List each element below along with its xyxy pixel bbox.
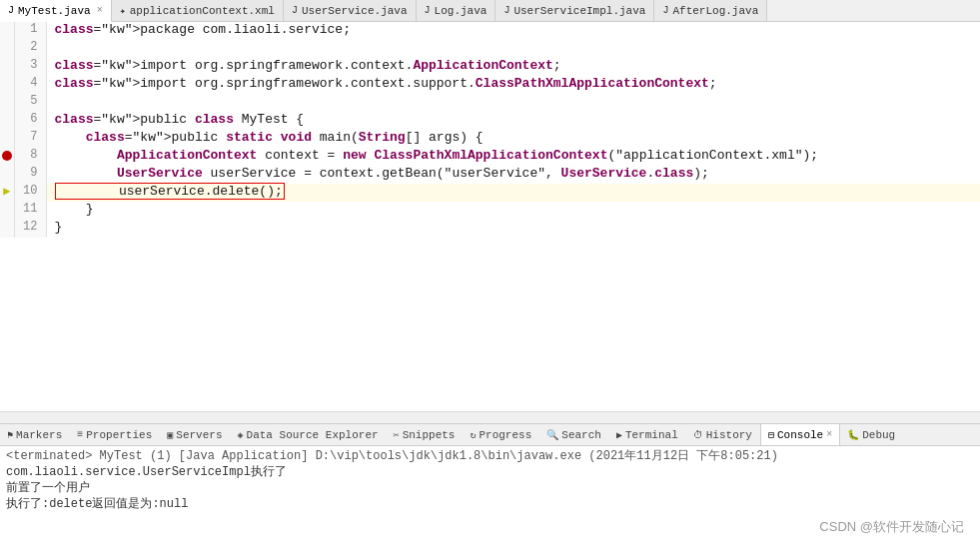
tab-userservice[interactable]: JUserService.java	[284, 0, 417, 21]
code-row-10: ▶10 userService.delete();	[0, 184, 980, 202]
bottom-tab-debug[interactable]: 🐛Debug	[840, 424, 903, 445]
bottom-tab-label: Search	[561, 429, 601, 441]
code-cell[interactable]: class="kw">public class MyTest {	[46, 112, 980, 130]
watermark: CSDN @软件开发随心记	[819, 518, 964, 536]
tab-label: Log.java	[435, 5, 488, 17]
tab-icon-java: J	[425, 5, 431, 16]
line-number: 11	[14, 202, 46, 220]
tab-mytest[interactable]: JMyTest.java×	[0, 0, 112, 22]
props-icon: ≡	[77, 429, 83, 440]
line-number: 1	[14, 22, 46, 40]
code-row-1: 1class="kw">package com.liaoli.service;	[0, 22, 980, 40]
code-cell[interactable]: class="kw">public static void main(Strin…	[46, 130, 980, 148]
bottom-tab-close[interactable]: ×	[826, 429, 832, 440]
terminal-icon: ▶	[616, 429, 622, 441]
bottom-tab-terminal[interactable]: ▶Terminal	[609, 424, 686, 445]
bottom-tab-datasource[interactable]: ◈Data Source Explorer	[231, 424, 387, 445]
bp-marker-12	[0, 220, 14, 238]
bottom-tab-history[interactable]: ⏱History	[686, 424, 760, 445]
tab-icon-java: J	[503, 5, 509, 16]
search-icon: 🔍	[546, 429, 558, 441]
bottom-tab-progress[interactable]: ↻Progress	[463, 424, 539, 445]
bottom-panel: ⚑Markers≡Properties▣Servers◈Data Source …	[0, 424, 980, 544]
editor-tab-bar: JMyTest.java×✦applicationContext.xmlJUse…	[0, 0, 980, 22]
code-cell[interactable]: class="kw">import org.springframework.co…	[46, 76, 980, 94]
tab-label: MyTest.java	[18, 5, 91, 17]
bp-marker-7	[0, 130, 14, 148]
code-cell[interactable]: class="kw">import org.springframework.co…	[46, 58, 980, 76]
code-cell[interactable]: }	[46, 202, 980, 220]
code-row-8: 8 ApplicationContext context = new Class…	[0, 148, 980, 166]
bp-marker-6	[0, 112, 14, 130]
code-cell[interactable]: ApplicationContext context = new ClassPa…	[46, 148, 980, 166]
editor-scrollbar[interactable]	[0, 411, 980, 423]
code-cell[interactable]: userService.delete();	[46, 184, 980, 202]
bottom-tab-label: Debug	[862, 429, 895, 441]
tab-afterlog[interactable]: JAfterLog.java	[654, 0, 767, 21]
tab-icon-java: J	[8, 5, 14, 16]
code-cell[interactable]	[46, 40, 980, 58]
bottom-tab-snippets[interactable]: ✂Snippets	[387, 424, 464, 445]
line-number: 10	[14, 184, 46, 202]
tab-label: AfterLog.java	[672, 5, 758, 17]
boxed-code: userService.delete();	[55, 183, 285, 200]
bp-marker-4	[0, 76, 14, 94]
code-row-2: 2	[0, 40, 980, 58]
tab-icon-java: J	[292, 5, 298, 16]
console-icon: ⊟	[768, 429, 774, 441]
code-row-7: 7 class="kw">public static void main(Str…	[0, 130, 980, 148]
console-output-line: com.liaoli.service.UserServiceImpl执行了	[6, 464, 974, 480]
bottom-tab-label: Data Source Explorer	[247, 429, 379, 441]
bp-marker-9	[0, 166, 14, 184]
bottom-tab-label: Progress	[479, 429, 531, 441]
bp-marker-3	[0, 58, 14, 76]
tab-appctx[interactable]: ✦applicationContext.xml	[112, 0, 284, 21]
progress-icon: ↻	[470, 429, 476, 441]
bottom-tab-label: Properties	[86, 429, 152, 441]
code-cell[interactable]: }	[46, 220, 980, 238]
breakpoint-dot	[2, 151, 12, 161]
code-row-5: 5	[0, 94, 980, 112]
bottom-tab-servers[interactable]: ▣Servers	[160, 424, 230, 445]
code-cell[interactable]	[46, 94, 980, 112]
bottom-tab-properties[interactable]: ≡Properties	[70, 424, 160, 445]
console-header: <terminated> MyTest (1) [Java Applicatio…	[6, 448, 974, 464]
code-row-6: 6class="kw">public class MyTest {	[0, 112, 980, 130]
bp-marker-8	[0, 148, 14, 166]
bp-marker-5	[0, 94, 14, 112]
datasource-icon: ◈	[238, 429, 244, 441]
code-row-4: 4class="kw">import org.springframework.c…	[0, 76, 980, 94]
bottom-tab-search[interactable]: 🔍Search	[539, 424, 609, 445]
editor-area: 1class="kw">package com.liaoli.service;2…	[0, 22, 980, 424]
line-number: 2	[14, 40, 46, 58]
line-number: 4	[14, 76, 46, 94]
console-output-line: 前置了一个用户	[6, 480, 974, 496]
bp-marker-10: ▶	[0, 184, 14, 202]
tab-close[interactable]: ×	[97, 5, 103, 16]
server-icon: ▣	[167, 429, 173, 441]
bp-marker-1	[0, 22, 14, 40]
bottom-tab-label: Console	[777, 429, 823, 441]
code-cell[interactable]: class="kw">package com.liaoli.service;	[46, 22, 980, 40]
line-number: 7	[14, 130, 46, 148]
tab-userserviceimpl[interactable]: JUserServiceImpl.java	[495, 0, 654, 21]
bottom-tab-console[interactable]: ⊟Console ×	[760, 424, 840, 445]
line-number: 6	[14, 112, 46, 130]
console-output-line: 执行了:delete返回值是为:null	[6, 496, 974, 512]
tab-icon-java: J	[662, 5, 668, 16]
history-icon: ⏱	[693, 429, 703, 441]
bottom-tab-label: History	[706, 429, 752, 441]
code-row-11: 11 }	[0, 202, 980, 220]
line-number: 12	[14, 220, 46, 238]
editor-content[interactable]: 1class="kw">package com.liaoli.service;2…	[0, 22, 980, 411]
tab-log[interactable]: JLog.java	[417, 0, 496, 21]
bp-marker-11	[0, 202, 14, 220]
tab-label: applicationContext.xml	[130, 5, 275, 17]
line-number: 8	[14, 148, 46, 166]
code-row-9: 9 UserService userService = context.getB…	[0, 166, 980, 184]
bottom-tab-label: Snippets	[403, 429, 456, 441]
bp-marker-2	[0, 40, 14, 58]
code-row-12: 12}	[0, 220, 980, 238]
bottom-tab-markers[interactable]: ⚑Markers	[0, 424, 70, 445]
code-cell[interactable]: UserService userService = context.getBea…	[46, 166, 980, 184]
